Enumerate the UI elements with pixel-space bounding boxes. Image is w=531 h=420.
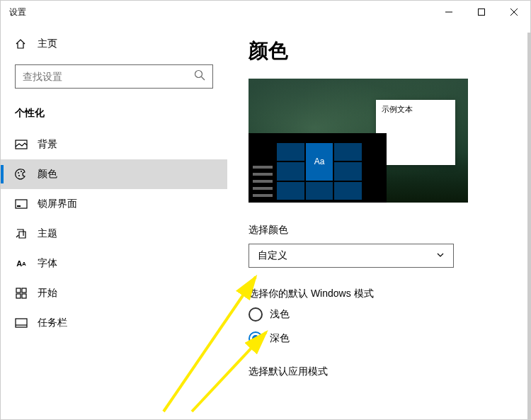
radio-icon: [249, 307, 263, 322]
taskbar-icon: [15, 317, 28, 329]
color-preview: 示例文本 Aa: [249, 79, 468, 203]
radio-dark-mode[interactable]: 深色: [249, 331, 509, 346]
svg-point-7: [18, 172, 19, 174]
sidebar-item-theme[interactable]: 主题: [1, 219, 227, 249]
home-icon: [15, 38, 28, 50]
color-choice-label: 选择颜色: [249, 224, 509, 237]
sidebar-item-label: 字体: [38, 257, 57, 270]
svg-rect-16: [16, 319, 27, 327]
main-content: 颜色 示例文本 Aa: [227, 23, 530, 419]
svg-rect-12: [16, 288, 21, 293]
svg-line-5: [202, 77, 205, 81]
sidebar-item-taskbar[interactable]: 任务栏: [1, 308, 227, 338]
maximize-button[interactable]: [465, 1, 498, 23]
preview-taskbar: Aa: [249, 133, 387, 203]
home-link[interactable]: 主页: [1, 32, 227, 56]
search-input[interactable]: [23, 71, 194, 82]
section-title: 个性化: [1, 103, 227, 130]
color-choice-dropdown[interactable]: 自定义: [249, 244, 454, 268]
sidebar-item-color[interactable]: 颜色: [1, 159, 227, 189]
preview-accent-tile: Aa: [306, 143, 333, 181]
svg-rect-11: [17, 205, 21, 207]
windows-mode-label: 选择你的默认 Windows 模式: [249, 288, 509, 300]
search-icon: [194, 69, 205, 84]
scrollbar[interactable]: [527, 33, 530, 419]
preview-sample-window: 示例文本: [376, 100, 455, 165]
svg-rect-15: [22, 294, 26, 298]
sidebar-item-background[interactable]: 背景: [1, 130, 227, 159]
sidebar-item-label: 锁屏界面: [38, 198, 77, 210]
app-mode-label: 选择默认应用模式: [249, 365, 509, 378]
svg-rect-13: [22, 288, 26, 293]
radio-icon: [249, 331, 263, 346]
window-title: 设置: [9, 6, 26, 18]
palette-icon: [15, 168, 28, 181]
page-title: 颜色: [249, 38, 509, 64]
radio-label: 深色: [270, 332, 290, 345]
svg-point-8: [18, 175, 20, 176]
svg-point-4: [195, 71, 202, 78]
sidebar-item-label: 开始: [38, 287, 57, 300]
sidebar-item-font[interactable]: AA 字体: [1, 249, 227, 278]
sidebar-item-label: 背景: [38, 138, 57, 151]
chevron-down-icon: [436, 251, 445, 261]
theme-icon: [15, 227, 28, 240]
svg-rect-14: [16, 294, 21, 298]
search-box[interactable]: [15, 64, 213, 89]
close-button[interactable]: [498, 1, 530, 23]
sidebar-item-start[interactable]: 开始: [1, 278, 227, 308]
home-label: 主页: [38, 38, 57, 50]
sidebar-item-lockscreen[interactable]: 锁屏界面: [1, 189, 227, 219]
window-controls: [433, 1, 530, 23]
sidebar-item-label: 主题: [38, 227, 57, 240]
svg-point-9: [21, 171, 22, 172]
svg-rect-10: [16, 200, 27, 208]
image-icon: [15, 138, 28, 151]
sidebar: 主页 个性化 背景 颜色 锁: [1, 23, 227, 419]
start-icon: [15, 287, 28, 300]
minimize-button[interactable]: [433, 1, 465, 23]
lockscreen-icon: [15, 198, 28, 210]
sidebar-item-label: 任务栏: [38, 317, 67, 329]
svg-rect-1: [479, 9, 485, 16]
font-icon: AA: [15, 259, 28, 268]
dropdown-value: 自定义: [258, 249, 287, 262]
sidebar-item-label: 颜色: [38, 168, 57, 181]
radio-light-mode[interactable]: 浅色: [249, 307, 509, 322]
svg-rect-6: [16, 140, 27, 149]
titlebar: 设置: [1, 1, 530, 23]
radio-label: 浅色: [270, 308, 290, 321]
